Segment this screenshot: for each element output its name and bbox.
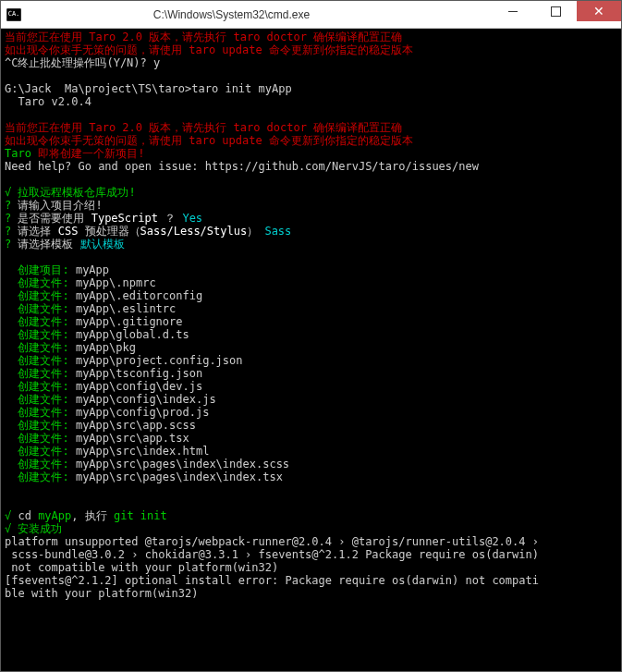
terminal-span: 如出现令你束手无策的问题，请使用 taro update 命令更新到你指定的稳定… [5, 134, 413, 147]
terminal-span: 请选择 [18, 225, 57, 238]
terminal-span: myApp\config\index.js [76, 393, 216, 406]
terminal-span: myApp\src\index.html [76, 445, 210, 458]
terminal-span: 即将创建一个新项目! [38, 147, 144, 160]
terminal-span: 创建文件: [5, 315, 76, 328]
terminal-line: ? 请选择模板 默认模板 [5, 238, 617, 250]
terminal-span: scss-bundle@3.0.2 › chokidar@3.3.1 › fse… [5, 548, 539, 561]
terminal-span: ） [247, 225, 264, 238]
terminal-line: 创建文件: myApp\src\app.tsx [5, 432, 617, 445]
terminal-span: myApp\global.d.ts [76, 328, 189, 341]
terminal-span: myApp\tsconfig.json [76, 367, 202, 380]
terminal-line [5, 250, 617, 263]
terminal-span: 预处理器（ [85, 225, 140, 238]
terminal-output[interactable]: 当前您正在使用 Taro 2.0 版本，请先执行 taro doctor 确保编… [1, 29, 621, 671]
maximize-button[interactable] [534, 1, 577, 21]
terminal-line: 创建文件: myApp\.npmrc [5, 276, 617, 289]
terminal-line: scss-bundle@3.0.2 › chokidar@3.3.1 › fse… [5, 548, 617, 561]
terminal-line: 创建文件: myApp\.gitignore [5, 315, 617, 328]
terminal-span: myApp\.editorconfig [76, 289, 202, 302]
terminal-line: platform unsupported @tarojs/webpack-run… [5, 535, 617, 548]
terminal-span: Taro v2.0.4 [5, 95, 91, 108]
terminal-span: [fsevents@^2.1.2] optional install error… [5, 574, 539, 587]
terminal-span: 当前您正在使用 Taro 2.0 版本，请先执行 taro doctor 确保编… [5, 121, 402, 134]
terminal-span: 创建项目: [5, 263, 76, 276]
terminal-span: 创建文件: [5, 302, 76, 315]
terminal-span: Yes [182, 212, 202, 225]
terminal-span: √ 拉取远程模板仓库成功! [5, 186, 136, 199]
terminal-span: 创建文件: [5, 276, 76, 289]
terminal-span: ? [5, 238, 18, 250]
terminal-line: 创建项目: myApp [5, 263, 617, 276]
terminal-span: 创建文件: [5, 445, 76, 458]
terminal-span: Sass/Less/Stylus [140, 225, 248, 238]
terminal-span: , 执行 [71, 509, 114, 522]
terminal-span: myApp [76, 263, 109, 276]
terminal-span: 创建文件: [5, 458, 76, 470]
terminal-span: 如出现令你束手无策的问题，请使用 taro update 命令更新到你指定的稳定… [5, 43, 413, 56]
terminal-span: myApp\src\pages\index\index.scss [76, 458, 289, 470]
terminal-span: 请选择模板 [18, 238, 79, 250]
terminal-span: ? [5, 199, 18, 212]
terminal-span: ^C终止批处理操作吗(Y/N)? y [5, 56, 160, 69]
terminal-span: 创建文件: [5, 419, 76, 432]
terminal-line: ble with your platform(win32) [5, 587, 617, 600]
terminal-span: myApp\project.config.json [76, 354, 243, 367]
terminal-line: not compatible with your platform(win32) [5, 561, 617, 574]
terminal-span: 创建文件: [5, 354, 76, 367]
terminal-span: Taro [5, 147, 38, 160]
terminal-span: ? [5, 225, 18, 238]
terminal-line: 创建文件: myApp\src\pages\index\index.scss [5, 458, 617, 470]
terminal-span: 创建文件: [5, 470, 76, 483]
terminal-span: Need help? Go and open issue: https://gi… [5, 160, 479, 173]
minimize-button[interactable] [492, 1, 534, 21]
terminal-span: myApp\pkg [76, 341, 136, 354]
terminal-span: G:\Jack Ma\project\TS\taro>taro init myA… [5, 82, 292, 95]
terminal-span: ble with your platform(win32) [5, 587, 199, 600]
terminal-line: √ 安装成功 [5, 522, 617, 535]
terminal-line: 创建文件: myApp\config\dev.js [5, 380, 617, 393]
terminal-span: 默认模板 [80, 238, 125, 250]
terminal-span: √ [5, 509, 18, 522]
terminal-span: myApp\.gitignore [76, 315, 183, 328]
terminal-span: ? [5, 212, 18, 225]
cmd-icon [6, 8, 21, 21]
terminal-line: Taro 即将创建一个新项目! [5, 147, 617, 160]
terminal-span: 是否需要使用 [18, 212, 91, 225]
terminal-line: 如出现令你束手无策的问题，请使用 taro update 命令更新到你指定的稳定… [5, 134, 617, 147]
terminal-span: 创建文件: [5, 393, 76, 406]
terminal-line: ? 请输入项目介绍! [5, 199, 617, 212]
terminal-line: ? 是否需要使用 TypeScript ？ Yes [5, 212, 617, 225]
terminal-line: 当前您正在使用 Taro 2.0 版本，请先执行 taro doctor 确保编… [5, 31, 617, 43]
window-title: C:\Windows\System32\cmd.exe [27, 8, 492, 21]
terminal-span: 创建文件: [5, 406, 76, 419]
terminal-line: 当前您正在使用 Taro 2.0 版本，请先执行 taro doctor 确保编… [5, 121, 617, 134]
terminal-span: 创建文件: [5, 289, 76, 302]
terminal-line: 创建文件: myApp\.eslintrc [5, 302, 617, 315]
cmd-window: C:\Windows\System32\cmd.exe 当前您正在使用 Taro… [0, 0, 622, 672]
window-controls [492, 1, 621, 28]
terminal-span: Sass [264, 225, 291, 238]
terminal-span: 请输入项目介绍! [18, 199, 102, 212]
terminal-span: platform unsupported @tarojs/webpack-run… [5, 535, 539, 548]
terminal-line: Taro v2.0.4 [5, 95, 617, 108]
terminal-line: 创建文件: myApp\src\index.html [5, 445, 617, 458]
terminal-line: ^C终止批处理操作吗(Y/N)? y [5, 56, 617, 69]
titlebar[interactable]: C:\Windows\System32\cmd.exe [1, 1, 621, 29]
terminal-line [5, 173, 617, 186]
terminal-line: 创建文件: myApp\src\pages\index\index.tsx [5, 470, 617, 483]
terminal-line [5, 483, 617, 496]
terminal-line: 创建文件: myApp\pkg [5, 341, 617, 354]
terminal-line: √ 拉取远程模板仓库成功! [5, 186, 617, 199]
terminal-span: myApp [38, 509, 71, 522]
close-button[interactable] [577, 1, 621, 21]
terminal-span: TypeScript [91, 212, 165, 225]
terminal-line [5, 108, 617, 121]
terminal-line: [fsevents@^2.1.2] optional install error… [5, 574, 617, 587]
terminal-line: 创建文件: myApp\tsconfig.json [5, 367, 617, 380]
terminal-span: CSS [58, 225, 85, 238]
terminal-span: ？ [165, 212, 182, 225]
terminal-span: 创建文件: [5, 341, 76, 354]
terminal-line: √ cd myApp, 执行 git init [5, 509, 617, 522]
terminal-line: G:\Jack Ma\project\TS\taro>taro init myA… [5, 82, 617, 95]
terminal-line [5, 496, 617, 509]
